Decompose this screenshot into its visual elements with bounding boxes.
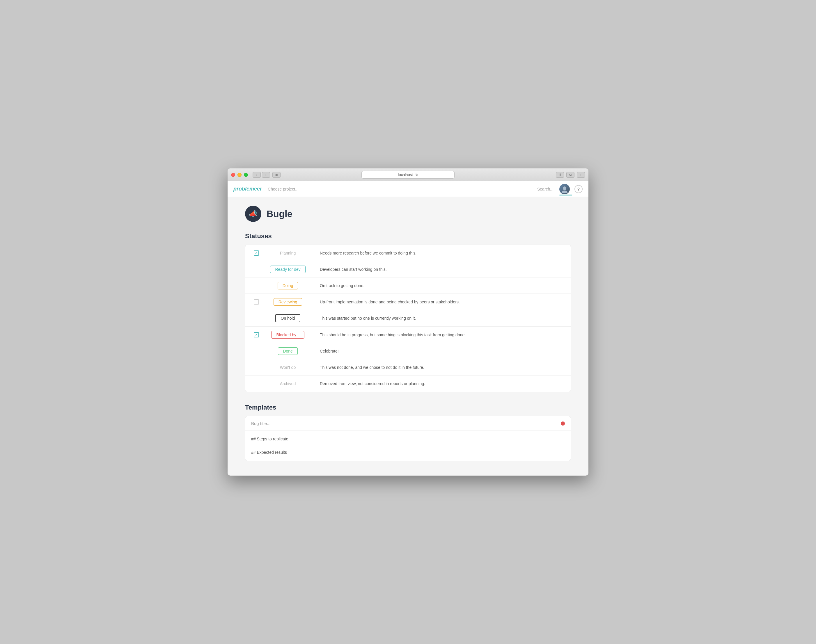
template-line1: ## Steps to replicate xyxy=(251,435,565,443)
browser-window: ‹ › ⊞ localhost ↻ ⬆ ⧉ + problemeer Choos… xyxy=(227,169,589,475)
back-button[interactable]: ‹ xyxy=(253,172,261,178)
checkbox-area-reviewing xyxy=(251,299,261,305)
brand-logo[interactable]: problemeer xyxy=(234,186,262,192)
status-description-doing: On track to getting done. xyxy=(314,283,565,288)
template-dot xyxy=(561,422,565,426)
tab-view-button[interactable]: ⊞ xyxy=(272,172,281,178)
status-label-area-wont-do: Won't do xyxy=(261,364,314,371)
reload-icon[interactable]: ↻ xyxy=(415,173,418,177)
templates-section: Templates Bug title... ## Steps to repli… xyxy=(245,404,571,461)
checkbox-area-blocked-by xyxy=(251,332,261,337)
help-button[interactable]: ? xyxy=(575,185,582,193)
avatar-image xyxy=(559,184,570,194)
status-label-area-blocked-by: Blocked by... xyxy=(261,331,314,339)
template-title[interactable]: Bug title... xyxy=(251,421,561,426)
status-description-reviewing: Up-front implementation is done and bein… xyxy=(314,300,565,304)
template-body: ## Steps to replicate ## Expected result… xyxy=(245,431,571,460)
status-badge-archived[interactable]: Archived xyxy=(275,380,300,387)
titlebar-right: ⬆ ⧉ + xyxy=(556,172,585,178)
checkbox-reviewing[interactable] xyxy=(254,299,259,305)
status-label-area-done: Done xyxy=(261,347,314,355)
status-badge-wont-do[interactable]: Won't do xyxy=(275,364,301,371)
statuses-section: Statuses PlanningNeeds more research bef… xyxy=(245,232,571,392)
status-label-area-on-hold: On hold xyxy=(261,314,314,322)
status-badge-reviewing[interactable]: Reviewing xyxy=(274,298,302,306)
checkbox-planning[interactable] xyxy=(254,250,259,256)
status-label-area-ready-for-dev: Ready for dev xyxy=(261,265,314,273)
templates-box: Bug title... ## Steps to replicate ## Ex… xyxy=(245,416,571,461)
url-text: localhost xyxy=(398,172,413,177)
status-description-wont-do: This was not done, and we chose to not d… xyxy=(314,365,565,370)
traffic-lights xyxy=(231,173,248,177)
project-icon: 📣 xyxy=(245,205,261,222)
checkbox-blocked-by[interactable] xyxy=(254,332,259,337)
status-label-area-planning: Planning xyxy=(261,250,314,256)
navbar: problemeer Choose project... Search... ? xyxy=(227,181,589,197)
status-description-blocked-by: This should be in progress, but somethin… xyxy=(314,333,565,337)
status-badge-planning[interactable]: Planning xyxy=(275,250,301,256)
new-tab-button[interactable]: ⧉ xyxy=(566,172,575,178)
status-row-planning: PlanningNeeds more research before we co… xyxy=(245,245,571,261)
status-badge-done[interactable]: Done xyxy=(278,347,297,355)
checkbox-area-planning xyxy=(251,250,261,256)
status-description-done: Celebrate! xyxy=(314,349,565,353)
status-row-doing: DoingOn track to getting done. xyxy=(245,278,571,294)
share-button[interactable]: ⬆ xyxy=(556,172,564,178)
minimize-button[interactable] xyxy=(237,173,241,177)
status-description-archived: Removed from view, not considered in rep… xyxy=(314,381,565,386)
svg-point-1 xyxy=(562,190,567,193)
status-row-on-hold: On holdThis was started but no one is cu… xyxy=(245,310,571,327)
statuses-title: Statuses xyxy=(245,232,571,240)
maximize-button[interactable] xyxy=(244,173,248,177)
main-content: 📣 Bugle Statuses PlanningNeeds more rese… xyxy=(227,197,589,475)
status-badge-ready-for-dev[interactable]: Ready for dev xyxy=(270,265,305,273)
status-label-area-archived: Archived xyxy=(261,380,314,387)
status-description-planning: Needs more research before we commit to … xyxy=(314,251,565,255)
address-bar[interactable]: localhost ↻ xyxy=(361,171,455,179)
titlebar: ‹ › ⊞ localhost ↻ ⬆ ⧉ + xyxy=(227,169,589,181)
project-header: 📣 Bugle xyxy=(245,205,571,222)
status-row-wont-do: Won't doThis was not done, and we chose … xyxy=(245,359,571,376)
status-row-archived: ArchivedRemoved from view, not considere… xyxy=(245,376,571,392)
status-row-done: DoneCelebrate! xyxy=(245,343,571,359)
svg-point-0 xyxy=(563,187,566,190)
sidebar-button[interactable]: + xyxy=(577,172,585,178)
status-row-ready-for-dev: Ready for devDevelopers can start workin… xyxy=(245,261,571,278)
status-label-area-doing: Doing xyxy=(261,282,314,290)
status-row-blocked-by: Blocked by...This should be in progress,… xyxy=(245,327,571,343)
forward-button[interactable]: › xyxy=(262,172,270,178)
template-line3: ## Expected results xyxy=(251,449,565,456)
avatar[interactable] xyxy=(559,184,570,194)
status-badge-on-hold[interactable]: On hold xyxy=(275,314,300,322)
statuses-table: PlanningNeeds more research before we co… xyxy=(245,245,571,392)
project-icon-emoji: 📣 xyxy=(249,210,258,218)
template-line2 xyxy=(251,443,565,449)
status-row-reviewing: ReviewingUp-front implementation is done… xyxy=(245,294,571,310)
status-label-area-reviewing: Reviewing xyxy=(261,298,314,306)
nav-buttons: ‹ › xyxy=(253,172,270,178)
avatar-underline xyxy=(559,195,572,195)
status-badge-blocked-by[interactable]: Blocked by... xyxy=(271,331,304,339)
close-button[interactable] xyxy=(231,173,235,177)
status-description-ready-for-dev: Developers can start working on this. xyxy=(314,267,565,272)
templates-title: Templates xyxy=(245,404,571,411)
project-selector[interactable]: Choose project... xyxy=(268,187,537,192)
search-bar[interactable]: Search... xyxy=(537,187,553,192)
template-header: Bug title... xyxy=(245,416,571,431)
status-badge-doing[interactable]: Doing xyxy=(278,282,298,290)
status-description-on-hold: This was started but no one is currently… xyxy=(314,316,565,320)
project-title: Bugle xyxy=(267,209,292,219)
